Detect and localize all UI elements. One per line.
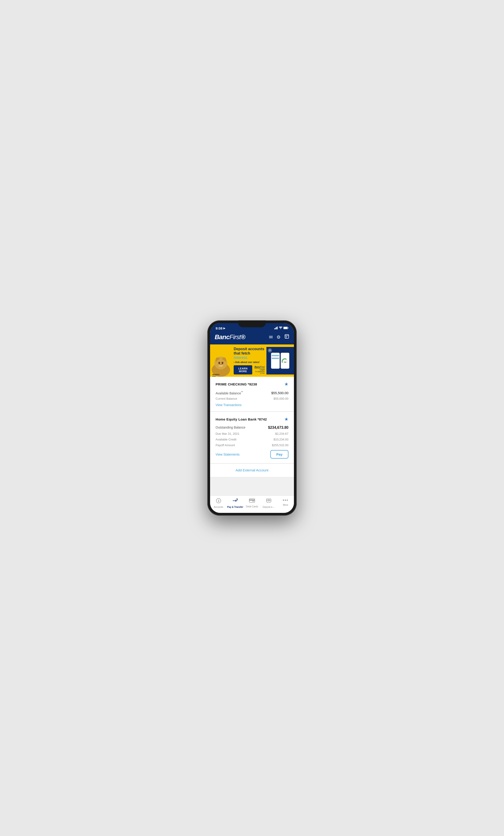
location-icon: ▶ [224, 327, 225, 330]
phone-frame: 9:08 ▶ BancFirst® ✉ ⚙ [207, 320, 297, 516]
prime-checking-star[interactable]: ★ [284, 381, 288, 387]
pay-button[interactable]: Pay [270, 450, 288, 459]
svg-rect-5 [284, 327, 287, 329]
available-credit-value: $10,234.93 [273, 438, 288, 441]
dog-illustration: MEMBER FDIC [210, 350, 232, 377]
svg-rect-6 [288, 327, 288, 328]
settings-icon[interactable]: ⚙ [276, 334, 280, 340]
svg-rect-28 [252, 501, 254, 501]
home-equity-card: Home Equity Loan Bank *8742 ★ Outstandin… [210, 412, 294, 463]
more-icon: ••• [283, 498, 288, 503]
banner-title: Deposit accounts that fetch interest. [234, 347, 265, 360]
status-time: 9:08 [216, 326, 222, 330]
outstanding-balance-value: $234,673.80 [268, 425, 288, 430]
pay-transfer-icon: $ [232, 498, 238, 505]
svg-text:$: $ [236, 498, 238, 501]
debit-cards-icon [249, 498, 255, 505]
svg-rect-1 [275, 328, 276, 329]
svg-rect-2 [276, 327, 277, 329]
battery-icon [284, 326, 288, 330]
svg-point-15 [218, 362, 220, 364]
payoff-amount-label: Payoff Amount [216, 443, 235, 447]
prime-checking-name: PRIME CHECKING *9238 [216, 382, 257, 386]
due-date-label: Due Mar 31, 2021 [216, 432, 239, 435]
available-balance-label: Available Balance** [216, 391, 243, 395]
svg-text:MEMBER: MEMBER [212, 374, 219, 375]
view-transactions-link[interactable]: View Transactions [216, 403, 288, 407]
home-equity-name: Home Equity Loan Bank *8742 [216, 417, 267, 421]
nav-accounts[interactable]: $ Accounts [210, 498, 227, 508]
svg-text:FDIC: FDIC [212, 376, 216, 377]
available-balance-value: $55,500.00 [271, 391, 288, 395]
nav-more[interactable]: ••• More [277, 498, 294, 508]
svg-rect-0 [274, 328, 275, 329]
svg-rect-29 [267, 499, 271, 502]
view-statements-link[interactable]: View Statements [216, 453, 240, 456]
payoff-amount-value: $255,532.00 [272, 443, 288, 447]
nav-more-label: More [283, 504, 288, 506]
promo-banner: MEMBER FDIC Deposit accounts that fetch … [210, 344, 294, 377]
signal-icon [274, 326, 278, 330]
svg-rect-27 [249, 499, 255, 500]
current-balance-value: $55,000.00 [273, 397, 288, 400]
banner-close-button[interactable]: ✕ [268, 348, 272, 353]
prime-checking-card: PRIME CHECKING *9238 ★ Available Balance… [210, 377, 294, 412]
home-equity-star[interactable]: ★ [284, 416, 288, 422]
app-logo: BancFirst® [215, 334, 245, 341]
nav-deposit-label: Deposit a ... [263, 506, 275, 508]
svg-text:720: 720 [284, 361, 286, 363]
due-date-value: $2,234.67 [275, 432, 288, 435]
brand-subtag: To Oklahoma & You [254, 371, 265, 374]
content-spacer [210, 477, 294, 495]
banner-right-panel: ✕ [267, 347, 294, 375]
nav-accounts-label: Accounts [214, 506, 223, 508]
available-credit-label: Available Credit [216, 438, 236, 441]
deposit-icon [266, 498, 271, 505]
phone-notch [238, 320, 266, 327]
outstanding-balance-label: Outstanding Balance [216, 425, 245, 430]
nav-pay-transfer[interactable]: $ Pay & Transfer [227, 498, 244, 508]
svg-rect-7 [285, 335, 289, 339]
svg-rect-3 [277, 326, 278, 329]
nav-debit-cards[interactable]: Debit Cards [244, 498, 260, 508]
svg-text:$: $ [218, 499, 219, 502]
bottom-nav: $ Accounts $ Pay & Transfer [210, 495, 294, 513]
add-external-button[interactable]: Add External Account [235, 468, 268, 472]
accounts-icon: $ [216, 498, 221, 505]
svg-point-18 [218, 365, 223, 367]
profile-icon[interactable] [284, 334, 289, 340]
banner-text: Deposit accounts that fetch interest. As… [232, 344, 267, 377]
main-content: PRIME CHECKING *9238 ★ Available Balance… [210, 377, 294, 495]
phone-screen: 9:08 ▶ BancFirst® ✉ ⚙ [210, 323, 294, 513]
mail-icon[interactable]: ✉ [269, 334, 273, 340]
wifi-icon [279, 326, 283, 330]
current-balance-label: Current Balance [216, 397, 237, 400]
banner-subtitle: Ask about our rates! [234, 361, 265, 363]
svg-point-16 [222, 362, 223, 364]
nav-debit-cards-label: Debit Cards [246, 505, 258, 508]
app-header: BancFirst® ✉ ⚙ [210, 332, 294, 344]
nav-pay-transfer-label: Pay & Transfer [227, 506, 243, 508]
brand-tagline: Loyal [254, 368, 265, 371]
add-external-section: Add External Account [210, 463, 294, 477]
nav-deposit[interactable]: Deposit a ... [260, 498, 277, 508]
learn-more-button[interactable]: LEARN MORE [234, 365, 252, 375]
